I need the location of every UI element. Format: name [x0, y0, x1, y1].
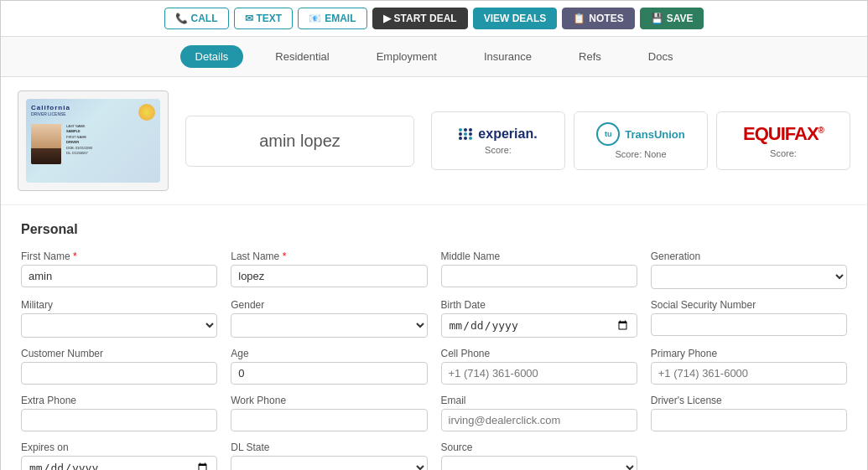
email-button[interactable]: 📧 EMAIL [298, 8, 366, 29]
primary-phone-group: Primary Phone [651, 348, 847, 385]
drivers-license-label: Driver's License [651, 395, 847, 406]
play-icon: ▶ [383, 13, 391, 24]
primary-phone-input[interactable] [651, 362, 847, 385]
first-name-input[interactable] [21, 265, 217, 287]
cell-phone-input[interactable] [441, 362, 637, 385]
dl-state-group: DL State CATXFLNY [231, 442, 427, 470]
save-button[interactable]: 💾 SAVE [640, 8, 704, 29]
customer-number-label: Customer Number [21, 348, 217, 359]
phone-icon: 📞 [175, 13, 188, 24]
message-icon: ✉ [245, 13, 253, 24]
military-select[interactable]: ActiveVeteranNone [21, 313, 217, 338]
generation-label: Generation [651, 250, 847, 262]
dl-state-select[interactable]: CATXFLNY [231, 456, 427, 470]
equifax-card: EQUIFAX® Score: [716, 111, 850, 170]
work-phone-input[interactable] [231, 409, 427, 431]
empty-placeholder [651, 442, 847, 470]
email-icon: 📧 [309, 13, 321, 24]
last-name-label: Last Name * [231, 250, 427, 262]
middle-name-group: Middle Name [441, 250, 637, 289]
last-name-input[interactable] [231, 265, 427, 287]
age-label: Age [231, 348, 427, 359]
ssn-label: Social Security Number [651, 299, 847, 311]
nav-tabs: Details Residential Employment Insurance… [1, 37, 867, 77]
source-group: Source Walk-inInternetReferral [441, 442, 637, 470]
expires-on-label: Expires on [21, 442, 217, 453]
expires-on-input[interactable] [21, 456, 217, 470]
tab-refs[interactable]: Refs [564, 45, 616, 68]
source-label: Source [441, 442, 637, 453]
email-group: Email [441, 395, 637, 431]
transunion-card: tu TransUnion Score: None [574, 111, 708, 170]
text-button[interactable]: ✉ TEXT [234, 8, 294, 29]
drivers-license-group: Driver's License [651, 395, 847, 431]
tab-docs[interactable]: Docs [633, 45, 689, 68]
customer-number-group: Customer Number [21, 348, 217, 385]
transunion-logo: tu TransUnion [596, 122, 685, 146]
generation-group: Generation Jr.Sr.IIIII [651, 250, 847, 289]
equifax-logo: EQUIFAX® [743, 123, 824, 145]
equifax-score: Score: [770, 148, 797, 158]
save-icon: 💾 [651, 13, 663, 24]
first-name-label: First Name * [21, 250, 217, 262]
personal-form: First Name * Last Name * Middle Name Gen… [21, 250, 847, 470]
gender-group: Gender MaleFemaleOther [231, 299, 427, 338]
middle-name-input[interactable] [441, 265, 637, 287]
military-group: Military ActiveVeteranNone [21, 299, 217, 338]
experian-score: Score: [485, 145, 512, 155]
extra-phone-group: Extra Phone [21, 395, 217, 431]
work-phone-label: Work Phone [231, 395, 427, 406]
experian-logo: experian. [459, 127, 537, 142]
tab-employment[interactable]: Employment [361, 45, 452, 68]
drivers-license-input[interactable] [651, 409, 847, 431]
dl-state-label: DL State [231, 442, 427, 453]
source-select[interactable]: Walk-inInternetReferral [441, 456, 637, 470]
ssn-input[interactable] [651, 313, 847, 336]
notes-icon: 📋 [573, 13, 585, 24]
birth-date-label: Birth Date [441, 299, 637, 311]
personal-section: Personal First Name * Last Name * Middle… [1, 205, 867, 470]
last-name-group: Last Name * [231, 250, 427, 289]
primary-phone-label: Primary Phone [651, 348, 847, 359]
military-label: Military [21, 299, 217, 311]
call-button[interactable]: 📞 CALL [164, 8, 229, 29]
view-deals-button[interactable]: VIEW DEALS [473, 8, 558, 29]
birth-date-input[interactable] [441, 313, 637, 338]
work-phone-group: Work Phone [231, 395, 427, 431]
ssn-group: Social Security Number [651, 299, 847, 338]
customer-number-input[interactable] [21, 362, 217, 385]
birth-date-group: Birth Date [441, 299, 637, 338]
gender-label: Gender [231, 299, 427, 311]
gender-select[interactable]: MaleFemaleOther [231, 313, 427, 338]
credit-scores: experian. Score: tu TransUnion Score: No… [431, 111, 850, 170]
cell-phone-label: Cell Phone [441, 348, 637, 359]
email-label: Email [441, 395, 637, 406]
transunion-score: Score: None [615, 149, 666, 159]
cell-phone-group: Cell Phone [441, 348, 637, 385]
extra-phone-label: Extra Phone [21, 395, 217, 406]
tab-insurance[interactable]: Insurance [469, 45, 547, 68]
start-deal-button[interactable]: ▶ START DEAL [372, 8, 468, 29]
customer-name-box: amin lopez [185, 116, 414, 167]
extra-phone-input[interactable] [21, 409, 217, 431]
middle-name-label: Middle Name [441, 250, 637, 262]
tab-residential[interactable]: Residential [260, 45, 344, 68]
top-action-bar: 📞 CALL ✉ TEXT 📧 EMAIL ▶ START DEAL VIEW … [1, 1, 867, 37]
email-input[interactable] [441, 409, 637, 431]
profile-header: California DRIVER LICENSE LAST NAME SAMP… [1, 77, 867, 205]
customer-name: amin lopez [185, 116, 414, 167]
tab-details[interactable]: Details [180, 45, 244, 68]
first-name-group: First Name * [21, 250, 217, 289]
age-input[interactable] [231, 362, 427, 385]
expires-on-group: Expires on [21, 442, 217, 470]
section-title: Personal [21, 222, 847, 237]
notes-button[interactable]: 📋 NOTES [562, 8, 634, 29]
id-card-image: California DRIVER LICENSE LAST NAME SAMP… [18, 90, 169, 191]
generation-select[interactable]: Jr.Sr.IIIII [651, 265, 847, 289]
age-group: Age [231, 348, 427, 385]
experian-card: experian. Score: [431, 111, 565, 170]
